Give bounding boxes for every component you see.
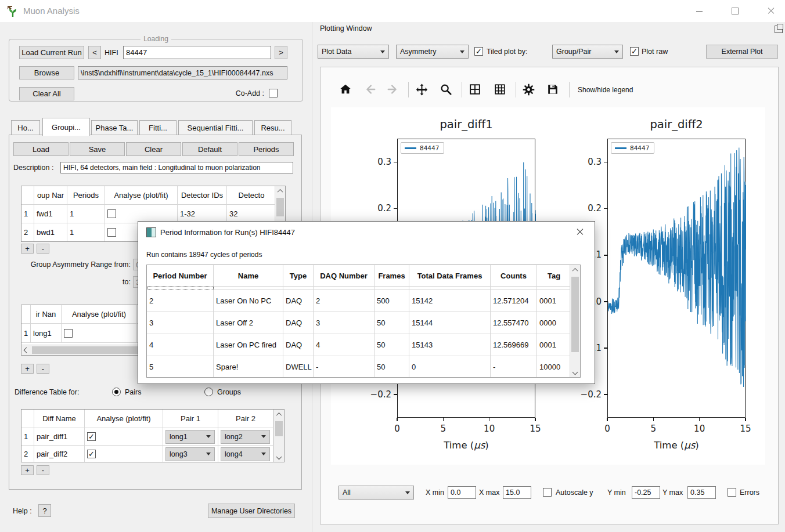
- xmax-input[interactable]: [503, 486, 531, 499]
- diff-table-header: [21, 410, 34, 428]
- help-button[interactable]: ?: [38, 504, 51, 517]
- pair1-combo[interactable]: long3: [165, 447, 215, 461]
- tab-phase ta[interactable]: Phase Ta...: [91, 120, 138, 135]
- minimize-button[interactable]: [685, 0, 713, 22]
- load-button[interactable]: Load: [13, 142, 69, 156]
- scroll-down-icon[interactable]: [570, 367, 580, 377]
- maximize-button[interactable]: [721, 0, 749, 22]
- group-analyse-checkbox[interactable]: [107, 209, 116, 218]
- file-path-field[interactable]: [78, 66, 287, 79]
- autoscale-y-label: Autoscale y: [556, 487, 593, 498]
- scrollbar-thumb[interactable]: [276, 198, 284, 216]
- vertical-scrollbar[interactable]: [273, 410, 284, 462]
- pair2-combo[interactable]: long2: [221, 430, 270, 444]
- forward-icon[interactable]: [386, 82, 401, 97]
- tab-groupi[interactable]: Groupi...: [42, 118, 90, 136]
- co-add-checkbox[interactable]: [269, 89, 278, 97]
- pair-select-cell: long1: [163, 428, 218, 446]
- pairs-radio[interactable]: [112, 388, 121, 396]
- x-tick-label: 15: [734, 424, 757, 434]
- diff-remove-button[interactable]: -: [37, 465, 49, 475]
- diff-add-button[interactable]: +: [21, 465, 34, 475]
- scroll-up-icon[interactable]: [274, 410, 284, 419]
- plot-selector-combo[interactable]: All: [339, 486, 414, 500]
- period-table-header: Type: [283, 265, 314, 287]
- row-number: 2: [21, 446, 34, 462]
- diff-table-header: Pair 1: [163, 410, 218, 428]
- period-cell: Laser On No PC: [214, 290, 283, 312]
- plot-type-combo[interactable]: Asymmetry: [396, 45, 469, 59]
- manage-user-directories-button[interactable]: Manage User Directories: [208, 504, 295, 518]
- save-button[interactable]: Save: [70, 142, 125, 156]
- browse-button[interactable]: Browse: [19, 66, 74, 79]
- ymax-input[interactable]: [687, 486, 716, 499]
- scrollbar-thumb[interactable]: [275, 421, 283, 436]
- autoscale-y-checkbox[interactable]: [543, 488, 552, 497]
- diff-analyse-checkbox[interactable]: ✓: [87, 432, 96, 441]
- pair-add-button[interactable]: +: [21, 364, 34, 374]
- previous-run-button[interactable]: <: [88, 46, 101, 59]
- clear-button[interactable]: Clear: [126, 142, 181, 156]
- home-icon[interactable]: [338, 82, 353, 97]
- tab-fitti[interactable]: Fitti...: [139, 120, 177, 135]
- scroll-left-icon[interactable]: [21, 345, 31, 355]
- default-button[interactable]: Default: [182, 142, 237, 156]
- scroll-up-icon[interactable]: [275, 186, 285, 196]
- save-icon[interactable]: [545, 82, 560, 97]
- dialog-close-button[interactable]: [571, 225, 589, 239]
- tab-resu[interactable]: Resu...: [254, 120, 291, 135]
- run-number-input[interactable]: [123, 46, 271, 59]
- maximize-icon: [732, 8, 739, 15]
- xmin-input[interactable]: [448, 486, 476, 499]
- grid-layout-icon[interactable]: [492, 82, 507, 97]
- period-cell: 0001: [537, 334, 571, 356]
- diff-analyse-checkbox[interactable]: ✓: [87, 450, 96, 458]
- tile-by-combo[interactable]: Group/Pair: [552, 45, 623, 59]
- chevron-down-icon: [380, 50, 385, 53]
- group-remove-button[interactable]: -: [37, 244, 49, 254]
- groups-radio[interactable]: [204, 388, 213, 396]
- pair1-combo[interactable]: long1: [165, 430, 215, 444]
- periods-button[interactable]: Periods: [239, 142, 294, 156]
- dialog-icon: [146, 227, 156, 237]
- description-field[interactable]: [60, 162, 293, 173]
- external-plot-button[interactable]: External Plot: [706, 45, 778, 59]
- group-name-cell: fwd1: [34, 205, 67, 223]
- pair2-combo[interactable]: long4: [221, 447, 270, 461]
- x-tick-label: 0: [596, 424, 619, 434]
- tab-sequential fitti[interactable]: Sequential Fitti...: [178, 120, 253, 135]
- configure-subplots-icon[interactable]: [467, 82, 482, 97]
- plot-data-combo[interactable]: Plot Data: [318, 45, 389, 59]
- vertical-scrollbar[interactable]: [570, 265, 580, 377]
- errors-checkbox[interactable]: [728, 488, 736, 497]
- ymin-input[interactable]: [632, 486, 660, 499]
- y-tick-label: 0.3: [368, 157, 391, 167]
- scrollbar-thumb[interactable]: [571, 277, 579, 352]
- plot-selector-value: All: [343, 488, 351, 497]
- scroll-down-icon[interactable]: [274, 452, 284, 462]
- plot-raw-checkbox[interactable]: ✓: [630, 47, 639, 56]
- group-analyse-checkbox[interactable]: [107, 228, 116, 237]
- back-icon[interactable]: [362, 82, 377, 97]
- pan-icon[interactable]: [414, 82, 429, 97]
- diff-table-header: Diff Name: [34, 410, 85, 428]
- show-hide-legend-button[interactable]: Show/hide legend: [578, 85, 633, 95]
- pair-remove-button[interactable]: -: [37, 364, 49, 374]
- pair-analyse-checkbox[interactable]: [64, 329, 73, 338]
- period-cell: 4: [314, 334, 375, 356]
- group-add-button[interactable]: +: [21, 244, 34, 254]
- period-cell: 4: [147, 334, 214, 356]
- float-dock-icon[interactable]: [775, 26, 783, 33]
- load-current-run-button[interactable]: Load Current Run: [19, 46, 84, 59]
- period-table-header: Frames: [375, 265, 409, 287]
- zoom-icon[interactable]: [438, 82, 453, 97]
- scroll-up-icon[interactable]: [570, 265, 580, 275]
- periods-cell: 1: [67, 205, 105, 223]
- tiled-plot-checkbox[interactable]: ✓: [474, 47, 483, 56]
- next-run-button[interactable]: >: [275, 46, 287, 59]
- axes-pair_diff2[interactable]: 84447: [607, 139, 746, 418]
- clear-all-button[interactable]: Clear All: [19, 87, 74, 100]
- close-button[interactable]: [757, 0, 785, 22]
- tab-ho[interactable]: Ho...: [11, 120, 40, 135]
- gear-icon[interactable]: [521, 82, 536, 97]
